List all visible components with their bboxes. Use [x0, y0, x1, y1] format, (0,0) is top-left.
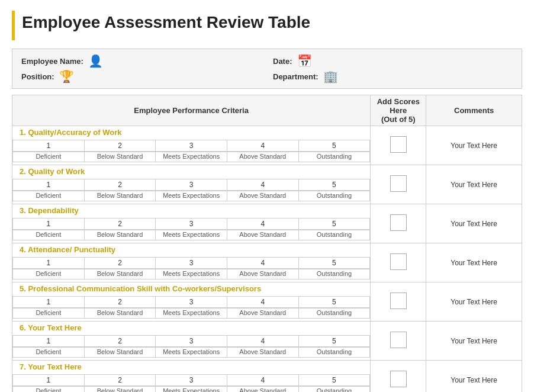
header-section: Employee Name: 👤 Date: 📅 Position: 🏆 Dep… [12, 49, 522, 89]
scale-label: Meets Expectations [156, 230, 227, 240]
score-box-3[interactable] [390, 214, 407, 231]
score-cell-5[interactable] [371, 282, 426, 322]
score-box-2[interactable] [390, 175, 407, 192]
scale-label: Deficient [13, 348, 85, 358]
department-label: Department: [273, 72, 319, 81]
scale-number: 1 [13, 297, 85, 308]
score-cell-1[interactable] [371, 126, 426, 165]
comment-cell-1: Your Text Here [426, 126, 522, 165]
criteria-title-2: 2. Quality of Work [16, 165, 88, 176]
comment-text-2: Your Text Here [451, 181, 497, 189]
scale-number: 3 [156, 258, 227, 269]
page-title: Employee Assessment Review Table [22, 13, 310, 32]
scale-label: Above Standard [227, 348, 298, 358]
scale-label: Deficient [13, 309, 85, 319]
scale-number: 3 [156, 336, 227, 347]
scale-number: 1 [13, 179, 85, 191]
scale-number: 3 [156, 375, 227, 386]
scale-label: Outstanding [298, 152, 370, 162]
building-icon: 🏢 [323, 70, 338, 82]
scale-number: 2 [84, 219, 156, 230]
scale-label: Meets Expectations [156, 191, 227, 201]
scale-number: 4 [227, 297, 298, 308]
scale-label: Deficient [13, 230, 85, 240]
score-box-4[interactable] [390, 253, 407, 270]
criteria-section-title-row: 7. Your Text HereYour Text Here [12, 361, 522, 373]
scale-number: 4 [227, 179, 298, 191]
scale-label: Outstanding [298, 191, 370, 201]
score-box-5[interactable] [390, 293, 407, 309]
scale-label: Meets Expectations [156, 348, 227, 358]
score-cell-3[interactable] [371, 204, 426, 243]
scale-number: 4 [227, 375, 298, 386]
scale-number: 5 [298, 140, 370, 152]
criteria-section-title-row: 4. Attendance/ PunctualityYour Text Here [12, 243, 522, 256]
date-row: Date: 📅 [273, 55, 513, 67]
criteria-title-5: 5. Professional Communication Skill with… [16, 282, 265, 294]
department-row: Department: 🏢 [273, 70, 513, 82]
scale-number: 3 [156, 297, 227, 308]
date-label: Date: [273, 57, 292, 66]
scale-number: 3 [156, 179, 227, 191]
scale-number: 4 [227, 336, 298, 347]
scale-label: Deficient [13, 269, 85, 279]
comment-text-5: Your Text Here [451, 298, 497, 306]
scale-number: 2 [84, 297, 156, 308]
comment-text-7: Your Text Here [451, 376, 497, 384]
criteria-title-6: 6. Your Text Here [16, 321, 85, 333]
scale-number: 5 [298, 179, 370, 191]
scale-number: 1 [13, 336, 85, 347]
scale-label: Meets Expectations [156, 387, 227, 393]
scale-number: 2 [84, 375, 156, 386]
assessment-table: Employee Performance Criteria Add Scores… [12, 95, 522, 392]
scale-label: Below Standard [84, 269, 156, 279]
criteria-section-title-row: 5. Professional Communication Skill with… [12, 282, 522, 295]
scale-number: 1 [13, 375, 85, 386]
score-box-7[interactable] [390, 371, 407, 387]
score-box-1[interactable] [390, 136, 407, 153]
scale-number: 5 [298, 297, 370, 308]
scale-label: Below Standard [84, 191, 156, 201]
scale-label: Above Standard [227, 152, 298, 162]
comment-text-1: Your Text Here [451, 142, 497, 150]
scale-label: Outstanding [298, 230, 370, 240]
comment-cell-6: Your Text Here [426, 322, 522, 361]
employee-name-row: Employee Name: 👤 [21, 55, 261, 67]
scale-label: Meets Expectations [156, 309, 227, 319]
comment-cell-3: Your Text Here [426, 204, 522, 243]
title-accent [12, 11, 15, 40]
scale-label: Outstanding [298, 348, 370, 358]
scale-label: Below Standard [84, 152, 156, 162]
score-cell-4[interactable] [371, 243, 426, 282]
score-column-header: Add Scores Here (Out of 5) [371, 95, 426, 126]
scale-label: Above Standard [227, 230, 298, 240]
scale-label: Above Standard [227, 387, 298, 393]
scale-label: Meets Expectations [156, 269, 227, 279]
scale-label: Outstanding [298, 309, 370, 319]
comment-cell-4: Your Text Here [426, 243, 522, 282]
criteria-section-title-row: 2. Quality of WorkYour Text Here [12, 165, 522, 178]
score-box-6[interactable] [390, 332, 407, 348]
criteria-title-4: 4. Attendance/ Punctuality [16, 243, 119, 255]
scale-label: Above Standard [227, 191, 298, 201]
comment-text-3: Your Text Here [451, 220, 497, 228]
comment-cell-2: Your Text Here [426, 165, 522, 204]
employee-name-label: Employee Name: [21, 57, 83, 66]
person-icon: 👤 [88, 55, 103, 67]
scale-label: Above Standard [227, 269, 298, 279]
comment-cell-5: Your Text Here [426, 282, 522, 322]
scale-number: 4 [227, 140, 298, 152]
comments-column-header: Comments [426, 95, 522, 126]
score-cell-2[interactable] [371, 165, 426, 204]
criteria-section-title-row: 1. Quality/Accuracy of WorkYour Text Her… [12, 126, 522, 139]
criteria-title-3: 3. Dependability [16, 204, 82, 216]
scale-label: Outstanding [298, 269, 370, 279]
scale-number: 2 [84, 179, 156, 191]
comment-cell-7: Your Text Here [426, 361, 522, 393]
scale-label: Deficient [13, 191, 85, 201]
score-cell-7[interactable] [371, 361, 426, 393]
scale-number: 4 [227, 258, 298, 269]
scale-label: Below Standard [84, 309, 156, 319]
scale-label: Above Standard [227, 309, 298, 319]
score-cell-6[interactable] [371, 322, 426, 361]
